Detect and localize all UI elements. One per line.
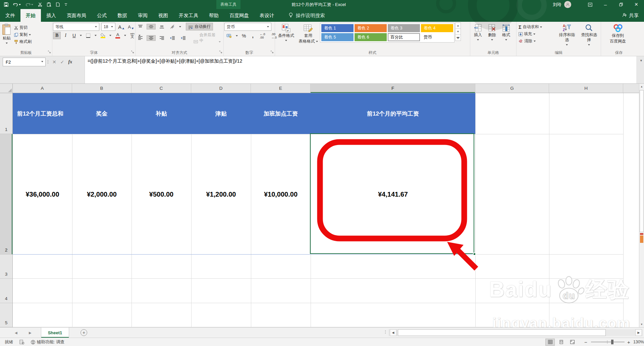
align-right-button[interactable] [158, 36, 166, 41]
zoom-out-button[interactable]: − [584, 338, 587, 346]
tab-help[interactable]: 帮助 [204, 9, 224, 22]
tab-file[interactable]: 文件 [0, 9, 20, 22]
font-size-select[interactable]: 18 [101, 23, 115, 31]
tab-developer[interactable]: 开发工具 [173, 9, 204, 22]
tab-insert[interactable]: 插入 [41, 9, 61, 22]
tab-scroll-splitter[interactable] [384, 330, 386, 334]
tab-table-design[interactable]: 表设计 [254, 9, 280, 22]
number-dialog-launcher-icon[interactable] [271, 50, 274, 55]
tab-view[interactable]: 视图 [153, 9, 173, 22]
zoom-in-button[interactable]: + [627, 338, 630, 346]
sheet-next-icon[interactable]: ▶ [29, 328, 32, 338]
cell-D1[interactable]: 津贴 [191, 93, 251, 134]
font-color-button[interactable]: A [113, 32, 122, 39]
share-button[interactable]: 共享 [617, 9, 644, 22]
cell-F1[interactable]: 前12个月的平均工资 [311, 93, 475, 134]
ribbon-display-options-icon[interactable] [582, 0, 598, 9]
font-color-dropdown[interactable] [124, 35, 126, 37]
format-painter-button[interactable]: 格式刷 [13, 38, 33, 45]
cut-icon[interactable] [38, 2, 42, 7]
zoom-slider-thumb[interactable] [611, 340, 613, 344]
cell-C2[interactable]: ¥500.00 [131, 134, 191, 255]
fill-color-dropdown[interactable] [109, 35, 111, 37]
find-select-button[interactable]: 查找和选择 [578, 23, 600, 50]
add-sheet-button[interactable]: + [80, 329, 87, 336]
formula-bar-collapse-icon[interactable]: ▼ [640, 59, 643, 62]
decrease-indent-button[interactable] [168, 36, 177, 41]
column-header-D[interactable]: D [191, 84, 251, 93]
scroll-down-icon[interactable]: ▼ [639, 322, 644, 327]
font-dialog-launcher-icon[interactable] [131, 50, 134, 55]
style-accent1[interactable]: 着色 1 [321, 24, 354, 32]
paste-icon[interactable] [47, 2, 51, 7]
cell-D2[interactable]: ¥1,200.00 [191, 134, 251, 255]
row-header-2[interactable]: 2 [0, 134, 12, 255]
autosum-dropdown[interactable] [540, 26, 542, 29]
style-accent4[interactable]: 着色 4 [421, 24, 453, 32]
accounting-dropdown[interactable] [236, 35, 238, 38]
align-center-button[interactable] [147, 35, 156, 41]
new-document-icon[interactable] [56, 2, 60, 7]
column-header-E[interactable]: E [251, 84, 311, 93]
style-accent3[interactable]: 着色 3 [388, 24, 420, 32]
horizontal-scroll-thumb[interactable] [398, 329, 606, 336]
insert-function-icon[interactable]: fx [68, 59, 72, 65]
row-header-1[interactable]: 1 [0, 93, 12, 134]
cell-C1[interactable]: 补贴 [131, 93, 191, 134]
cut-button[interactable]: 剪切 [13, 24, 33, 31]
tell-me-search[interactable]: 操作说明搜索 [288, 9, 325, 22]
clear-dropdown[interactable] [534, 41, 536, 43]
fill-handle[interactable] [473, 253, 476, 256]
avatar[interactable] [564, 1, 571, 8]
copy-button[interactable]: 复制 [13, 31, 33, 38]
style-accent5[interactable]: 着色 5 [321, 33, 354, 41]
align-middle-button[interactable] [147, 24, 156, 29]
tab-page-layout[interactable]: 页面布局 [61, 9, 92, 22]
macro-record-icon[interactable] [19, 338, 24, 346]
borders-dropdown[interactable] [95, 35, 97, 37]
column-header-F[interactable]: F [311, 84, 475, 93]
row-header-4[interactable]: 4 [0, 279, 12, 303]
cell-E1[interactable]: 加班加点工资 [251, 93, 311, 134]
formula-bar-splitter[interactable] [48, 60, 48, 64]
cell-A1[interactable]: 前12个月工资总和 [13, 93, 72, 134]
gallery-up-icon[interactable]: ▲ [455, 22, 461, 29]
copy-dropdown[interactable] [29, 34, 31, 37]
vertical-scroll-thumb[interactable] [640, 90, 644, 232]
cell-B1[interactable]: 奖金 [72, 93, 131, 134]
save-icon[interactable] [4, 2, 8, 7]
number-format-select[interactable]: 货币 [224, 23, 271, 31]
cancel-icon[interactable]: ✕ [52, 59, 56, 65]
gallery-down-icon[interactable]: ▼ [455, 28, 461, 35]
clipboard-dialog-launcher-icon[interactable] [48, 50, 51, 55]
row-header-5[interactable]: 5 [0, 303, 12, 327]
cell-E2[interactable]: ¥10,000.00 [251, 134, 311, 255]
italic-button[interactable]: I [63, 32, 68, 39]
tab-review[interactable]: 审阅 [132, 9, 153, 22]
undo-icon[interactable] [13, 2, 21, 7]
vertical-scrollbar[interactable]: ▲ ▼ [639, 84, 644, 327]
sort-filter-button[interactable]: AZ 排序和筛选 [556, 23, 578, 50]
sheet-prev-icon[interactable]: ◀ [15, 328, 17, 338]
table-header-row[interactable]: 前12个月工资总和 奖金 补贴 津贴 加班加点工资 前12个月的平均工资 [13, 93, 475, 134]
format-as-table-button[interactable]: 套用 表格格式 [297, 23, 320, 45]
cell-B2[interactable]: ¥2,000.00 [72, 134, 131, 255]
style-percent[interactable]: 百分比 [388, 33, 420, 41]
normal-view-icon[interactable] [545, 339, 555, 346]
zoom-slider-track[interactable] [591, 342, 625, 342]
comma-style-button[interactable]: , [250, 32, 255, 40]
page-break-view-icon[interactable] [568, 339, 577, 346]
insert-cells-button[interactable]: 插入 [471, 23, 485, 50]
align-left-button[interactable] [136, 36, 145, 41]
name-box[interactable]: F2 [3, 58, 46, 66]
format-cells-button[interactable]: 格式 [499, 23, 513, 50]
delete-cells-button[interactable]: 删除 [485, 23, 499, 50]
save-to-baidu-button[interactable]: 保存到 百度网盘 [602, 23, 634, 45]
grow-font-button[interactable]: A [117, 24, 125, 30]
style-accent6[interactable]: 着色 6 [355, 33, 387, 41]
shrink-font-button[interactable]: A [127, 24, 135, 29]
column-header-H[interactable]: H [549, 84, 623, 93]
paste-dropdown[interactable] [6, 43, 8, 45]
gallery-more-icon[interactable]: ▬▼ [455, 34, 461, 41]
fill-button[interactable]: 填充 [517, 30, 556, 38]
